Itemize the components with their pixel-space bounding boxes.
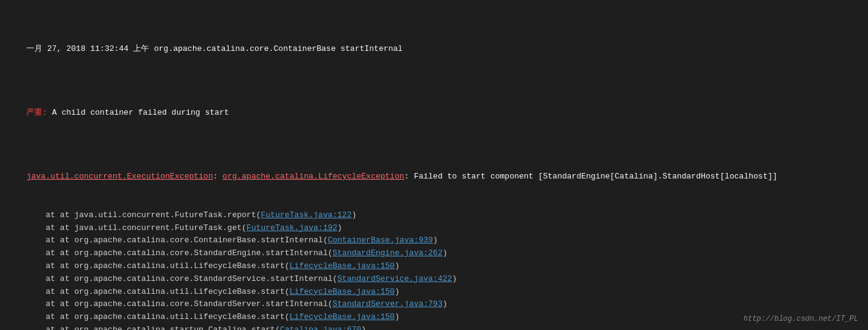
stack-class: at org.apache.catalina.util.LifecycleBas… [60,312,289,321]
stack-class: at org.apache.catalina.core.ContainerBas… [60,236,328,245]
stack-link[interactable]: FutureTask.java:192 [246,223,337,232]
stack-link[interactable]: LifecycleBase.java:150 [289,261,395,271]
stack-suffix: ) [337,223,342,232]
watermark: http://blog.csdn.net/IT_PL [744,313,858,325]
severity-message: A child container failed during start [52,108,229,117]
execution-exception-link[interactable]: java.util.concurrent.ExecutionException [26,172,213,181]
stack-trace: at at java.util.concurrent.FutureTask.re… [7,209,861,330]
stack-class: at org.apache.catalina.startup.Catalina.… [60,325,280,330]
stack-class: at java.util.concurrent.FutureTask.get( [60,223,246,232]
stack-line-5: at at org.apache.catalina.core.StandardS… [7,273,861,286]
stack-class: at java.util.concurrent.FutureTask.repor… [60,210,261,220]
stack-indent: at [7,248,60,258]
stack-indent: at [7,312,60,321]
stack-line-2: at at org.apache.catalina.core.Container… [7,234,861,247]
stack-indent: at [7,210,60,220]
header-datetime: 一月 27, 2018 11:32:44 上午 org.apache.catal… [26,44,403,53]
stack-link[interactable]: StandardServer.java:793 [333,299,443,309]
stack-suffix: ) [452,274,457,283]
stack-suffix: ) [395,261,400,271]
stack-suffix: ) [433,236,438,245]
stack-suffix: ) [443,248,447,258]
stack-class: at org.apache.catalina.util.LifecycleBas… [60,261,289,271]
stack-line-9: at at org.apache.catalina.startup.Catali… [7,324,861,330]
stack-class: at org.apache.catalina.core.StandardServ… [60,274,337,283]
stack-suffix: ) [395,312,400,321]
stack-suffix: ) [361,325,366,330]
stack-link[interactable]: StandardEngine.java:262 [333,248,443,258]
stack-line-3: at at org.apache.catalina.core.StandardE… [7,247,861,260]
stack-line-0: at at java.util.concurrent.FutureTask.re… [7,209,861,222]
stack-suffix: ) [443,299,447,309]
stack-class: at org.apache.catalina.core.StandardServ… [60,299,333,309]
stack-line-8: at at org.apache.catalina.util.Lifecycle… [7,311,861,324]
log-output: 一月 27, 2018 11:32:44 上午 org.apache.catal… [7,5,861,209]
header-line2: 严重: A child container failed during star… [7,94,861,132]
stack-indent: at [7,325,60,330]
stack-indent: at [7,274,60,283]
stack-indent: at [7,287,60,296]
stack-line-6: at at org.apache.catalina.util.Lifecycle… [7,286,861,299]
exception-line: java.util.concurrent.ExecutionException:… [7,158,861,196]
stack-indent: at [7,223,60,232]
stack-link[interactable]: FutureTask.java:122 [261,210,351,220]
header-line1: 一月 27, 2018 11:32:44 上午 org.apache.catal… [7,31,861,69]
exception-suffix: : Failed to start component [StandardEng… [405,172,778,181]
exception-separator: : [213,172,223,181]
lifecycle-exception-link[interactable]: org.apache.catalina.LifecycleException [223,172,404,181]
stack-link[interactable]: StandardService.java:422 [337,274,452,283]
stack-indent: at [7,236,60,245]
stack-line-1: at at java.util.concurrent.FutureTask.ge… [7,222,861,235]
stack-link[interactable]: LifecycleBase.java:150 [289,312,395,321]
stack-class: at org.apache.catalina.util.LifecycleBas… [60,287,289,296]
stack-indent: at [7,261,60,271]
stack-line-7: at at org.apache.catalina.core.StandardS… [7,298,861,311]
stack-indent: at [7,299,60,309]
stack-link[interactable]: ContainerBase.java:939 [328,236,433,245]
stack-suffix: ) [395,287,400,296]
stack-link[interactable]: Catalina.java:670 [280,325,362,330]
stack-link[interactable]: LifecycleBase.java:150 [289,287,395,296]
stack-suffix: ) [352,210,357,220]
severity-label: 严重: [26,108,52,117]
stack-class: at org.apache.catalina.core.StandardEngi… [60,248,333,258]
stack-line-4: at at org.apache.catalina.util.Lifecycle… [7,260,861,273]
